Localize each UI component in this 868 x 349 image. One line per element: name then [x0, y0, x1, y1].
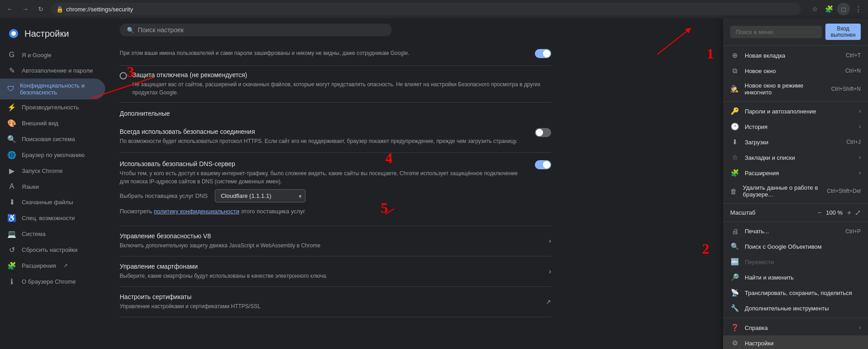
system-icon: 💻	[7, 230, 16, 238]
menu-item-new-tab[interactable]: ⊕ Новая вкладка Ctrl+T	[723, 48, 868, 63]
https-toggle-control[interactable]	[535, 128, 551, 137]
menu-item-left: ⊕ Новая вкладка	[730, 51, 786, 59]
menu-item-help[interactable]: ❓ Справка ›	[723, 320, 868, 335]
dns-toggle-control[interactable]	[535, 160, 551, 169]
menu-item-label: Настройки	[745, 340, 774, 347]
sidebar-item-google[interactable]: G Я и Google	[0, 47, 105, 63]
menu-item-extensions-menu[interactable]: 🧩 Расширения ›	[723, 165, 868, 181]
sidebar-item-label: Скачанные файлы	[22, 199, 73, 206]
nav-controls: ← → ↻	[4, 3, 47, 15]
menu-divider	[723, 101, 868, 102]
secure-dns-toggle[interactable]	[535, 160, 551, 169]
search-bar[interactable]: 🔍	[120, 24, 392, 36]
about-icon: ℹ	[7, 277, 16, 286]
protection-disabled-desc: Не защищает вас от сайтов, расширений и …	[132, 80, 551, 97]
protection-disabled-info: Защита отключена (не рекомендуется) Не з…	[132, 71, 551, 97]
menu-item-label: Новое окно	[745, 68, 776, 74]
back-button[interactable]: ←	[4, 3, 16, 15]
menu-item-left: 🔧 Дополнительные инструменты	[730, 304, 829, 312]
zoom-minus-button[interactable]: −	[817, 209, 821, 217]
menu-divider	[723, 203, 868, 204]
forward-button[interactable]: →	[19, 3, 32, 15]
v8-management-item[interactable]: Управление безопасностью V8 Включить доп…	[120, 226, 551, 256]
dns-select-wrap[interactable]: Cloudflare (1.1.1.1)	[215, 189, 305, 202]
sidebar-item-performance[interactable]: ⚡ Производительность	[0, 99, 105, 115]
menu-item-label: История	[745, 123, 767, 130]
menu-item-downloads[interactable]: ⬇ Загрузки Ctrl+J	[723, 134, 868, 150]
menu-item-label: Закладки и списки	[745, 154, 795, 161]
chevron-right-icon: ›	[549, 237, 551, 245]
chrome-logo-icon	[7, 27, 20, 40]
menu-item-left: 🗑 Удалить данные о работе в браузере...	[730, 184, 827, 198]
menu-item-cast[interactable]: 📡 Транслировать, сохранить, поделиться	[723, 285, 868, 300]
address-bar[interactable]: 🔒 chrome://settings/security	[51, 3, 801, 15]
menu-button[interactable]: ⋮	[852, 3, 864, 15]
sidebar-item-languages[interactable]: A Языки	[0, 179, 105, 194]
extensions-button[interactable]: 🧩	[823, 3, 835, 15]
sidebar-item-reset[interactable]: ↺ Сбросить настройки	[0, 242, 105, 258]
certs-desc: Управление настройками и сертификатами H…	[120, 302, 546, 310]
safe-browsing-info: При этом ваши имена пользователей и сами…	[120, 49, 528, 57]
sidebar-item-label: Автозаполнение и пароли	[22, 67, 93, 74]
sidebar-item-system[interactable]: 💻 Система	[0, 226, 105, 242]
sidebar-item-default-browser[interactable]: 🌐 Браузер по умолчанию	[0, 147, 105, 163]
translate-icon: 🔤	[730, 258, 739, 266]
privacy-policy-row: Посмотреть политику конфиденциальности э…	[120, 206, 551, 218]
certs-item[interactable]: Настроить сертификаты Управление настрой…	[120, 287, 551, 317]
secure-dns-info: Использовать безопасный DNS-сервер Чтобы…	[120, 160, 528, 186]
browser-frame: ← → ↻ 🔒 chrome://settings/security ☆ 🧩 □…	[0, 0, 868, 349]
menu-item-settings[interactable]: ⚙ Настройки	[723, 335, 868, 349]
menu-item-left: ⬇ Загрузки	[730, 138, 768, 146]
menu-item-clear-data[interactable]: 🗑 Удалить данные о работе в браузере... …	[723, 181, 868, 202]
sidebar-item-startup[interactable]: ▶ Запуск Chrome	[0, 163, 105, 179]
radio-disabled[interactable]	[120, 72, 127, 79]
menu-item-print[interactable]: 🖨 Печать... Ctrl+P	[723, 224, 868, 239]
reload-button[interactable]: ↻	[34, 3, 47, 15]
dns-provider-label: Выбрать поставщика услуг DNS	[120, 192, 208, 199]
menu-item-lens[interactable]: 🔍 Поиск с Google Объективом	[723, 239, 868, 254]
menu-item-incognito[interactable]: 🕵 Новое окно в режиме инкогнито Ctrl+Shi…	[723, 79, 868, 99]
sidebar-item-extensions[interactable]: 🧩 Расширения ↗	[0, 258, 105, 274]
safe-browsing-control[interactable]	[535, 49, 551, 58]
menu-item-passwords[interactable]: 🔑 Пароли и автозаполнение ›	[723, 103, 868, 119]
extensions-sidebar-icon: 🧩	[7, 261, 16, 270]
phones-item[interactable]: Управление смартфонами Выберите, какие с…	[120, 256, 551, 287]
menu-item-bookmarks[interactable]: ☆ Закладки и списки ›	[723, 150, 868, 165]
safe-browsing-toggle[interactable]	[535, 49, 551, 58]
menu-item-find[interactable]: 🔎 Найти и изменить	[723, 270, 868, 285]
sidebar-item-privacy[interactable]: 🛡 Конфиденциальность и безопасность	[0, 79, 105, 99]
privacy-policy-before: Посмотреть	[120, 208, 154, 215]
v8-info: Управление безопасностью V8 Включить доп…	[120, 232, 549, 250]
lens-icon: 🔍	[730, 242, 739, 251]
sidebar-item-appearance[interactable]: 🎨 Внешний вид	[0, 115, 105, 131]
security-icon: 🔒	[56, 6, 63, 13]
menu-item-history[interactable]: 🕐 История ›	[723, 119, 868, 134]
always-https-item: Всегда использовать безопасные соединени…	[120, 121, 551, 153]
menu-item-left: ⚙ Настройки	[730, 339, 774, 347]
sidebar-item-about[interactable]: ℹ О браузере Chrome	[0, 274, 105, 290]
protection-disabled-title: Защита отключена (не рекомендуется)	[132, 71, 551, 79]
privacy-policy-link[interactable]: политику конфиденциальности	[154, 208, 239, 215]
sidebar-item-autofill[interactable]: ✎ Автозаполнение и пароли	[0, 63, 105, 79]
fullscreen-button[interactable]: ⤢	[855, 208, 861, 217]
always-https-toggle[interactable]	[535, 128, 551, 137]
menu-item-more-tools[interactable]: 🔧 Дополнительные инструменты	[723, 300, 868, 316]
menu-item-shortcut: Ctrl+J	[846, 139, 861, 145]
sidebar-item-label: Я и Google	[22, 52, 52, 59]
dns-provider-select[interactable]: Cloudflare (1.1.1.1)	[215, 189, 305, 202]
search-input[interactable]	[138, 26, 384, 34]
phones-title: Управление смартфонами	[120, 263, 549, 270]
profile-button[interactable]: □	[837, 3, 850, 15]
zoom-plus-button[interactable]: +	[847, 209, 851, 217]
sidebar-item-label: Расширения	[22, 262, 56, 269]
menu-item-left: 🔎 Найти и изменить	[730, 273, 794, 281]
menu-search-input[interactable]	[730, 26, 822, 38]
menu-item-shortcut: Ctrl+P	[845, 228, 861, 235]
menu-login-button[interactable]: Вход выполнен	[825, 24, 861, 40]
menu-item-shortcut: Ctrl+T	[846, 52, 861, 59]
sidebar-item-accessibility[interactable]: ♿ Спец. возможности	[0, 210, 105, 226]
sidebar-item-downloads[interactable]: ⬇ Скачанные файлы	[0, 194, 105, 210]
sidebar-item-search[interactable]: 🔍 Поисковая система	[0, 131, 105, 147]
bookmark-button[interactable]: ☆	[808, 3, 821, 15]
menu-item-new-window[interactable]: ⧉ Новое окно Ctrl+N	[723, 63, 868, 79]
